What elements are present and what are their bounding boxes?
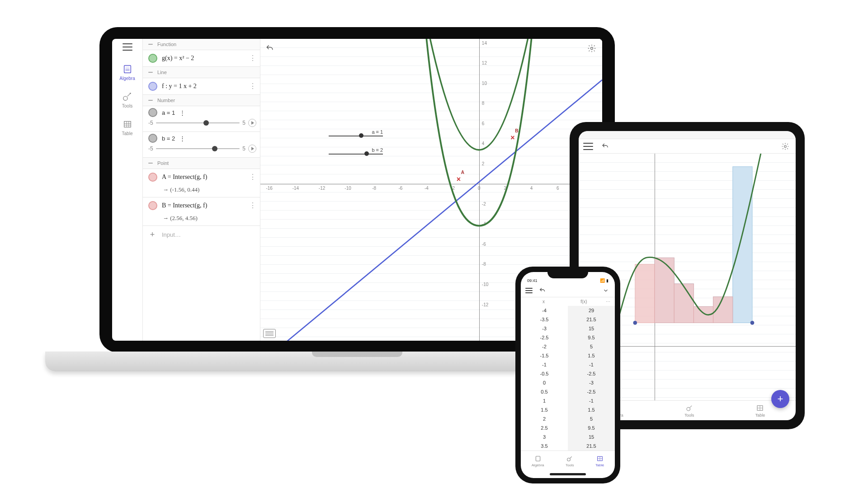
table-row[interactable]: -25 <box>521 342 615 351</box>
phone-status-bar: 09:41 📶 ▮ <box>521 272 615 284</box>
undo-icon[interactable] <box>538 286 547 295</box>
slider-track[interactable] <box>156 122 240 123</box>
phone-app: 09:41 📶 ▮ x f(x) ⋯ -429-3.521.5-315-2.59… <box>521 272 615 478</box>
undo-icon[interactable] <box>599 141 611 152</box>
slider-thumb[interactable] <box>212 146 217 151</box>
expr-row-function[interactable]: g(x) = x² − 2 ⋮ <box>143 50 260 67</box>
expr-row-point-b[interactable]: B = Intersect(g, f) ⋮ <box>143 197 260 214</box>
menu-icon[interactable] <box>583 143 593 150</box>
more-icon[interactable]: ⋮ <box>249 176 256 178</box>
table-row[interactable]: -429 <box>521 306 615 315</box>
table-row[interactable]: 0-3 <box>521 378 615 387</box>
expr-row-point-a[interactable]: A = Intersect(g, f) ⋮ <box>143 169 260 185</box>
slider-min: -5 <box>148 120 153 126</box>
more-icon[interactable]: ⋯ <box>605 299 611 304</box>
gear-icon[interactable] <box>779 141 791 152</box>
table-row[interactable]: 315 <box>521 432 615 441</box>
point-b-value: → (2.56, 4.56) <box>143 214 260 226</box>
rail-tab-algebra[interactable]: Algebra <box>119 64 135 81</box>
play-icon[interactable] <box>248 119 256 127</box>
table-row[interactable]: 0.5-2.5 <box>521 387 615 396</box>
tab-tools[interactable]: Tools <box>684 404 694 418</box>
table-row[interactable]: -2.59.5 <box>521 333 615 342</box>
collapse-icon <box>148 44 153 45</box>
table-row[interactable]: 3.521.5 <box>521 441 615 450</box>
undo-icon[interactable] <box>264 42 276 54</box>
table-icon <box>123 119 132 129</box>
visibility-toggle[interactable] <box>148 54 157 63</box>
slider-a[interactable]: a = 1 ⋮ -5 5 <box>143 106 260 132</box>
visibility-toggle[interactable] <box>148 108 157 117</box>
more-icon[interactable]: ⋮ <box>249 85 256 88</box>
phone-table[interactable]: x f(x) ⋯ -429-3.521.5-315-2.59.5-25-1.51… <box>521 297 615 450</box>
new-input-row[interactable]: + Input… <box>143 226 260 243</box>
more-icon[interactable]: ⋮ <box>179 135 185 142</box>
group-header-number[interactable]: Number <box>143 95 260 106</box>
table-row[interactable]: 25 <box>521 414 615 423</box>
graph-slider-a[interactable]: a = 1 <box>329 129 383 136</box>
group-header-function[interactable]: Function <box>143 39 260 50</box>
rail-tab-tools-label: Tools <box>122 103 132 108</box>
group-header-line[interactable]: Line <box>143 67 260 78</box>
tab-table[interactable]: Table <box>595 455 604 467</box>
add-fab[interactable]: + <box>771 390 789 408</box>
gear-icon[interactable] <box>586 42 598 54</box>
table-row[interactable]: 2.59.5 <box>521 423 615 432</box>
tab-tools[interactable]: Tools <box>566 455 574 467</box>
table-row[interactable]: -1-1 <box>521 360 615 369</box>
keyboard-icon[interactable] <box>263 329 276 338</box>
visibility-toggle[interactable] <box>148 134 157 143</box>
rail-tab-tools[interactable]: Tools <box>122 92 132 108</box>
svg-rect-1 <box>125 67 129 68</box>
group-label: Number <box>157 98 175 103</box>
intersection-a[interactable]: ×A <box>457 175 461 183</box>
menu-icon[interactable] <box>525 288 533 293</box>
phone-topbar <box>521 284 615 297</box>
table-row[interactable]: -3.521.5 <box>521 315 615 324</box>
svg-point-11 <box>591 47 593 50</box>
table-row[interactable]: 1.51.5 <box>521 405 615 414</box>
svg-point-25 <box>750 321 755 325</box>
tablet-status-bar <box>579 131 796 139</box>
more-icon[interactable]: ⋮ <box>249 57 256 60</box>
algebra-panel: Function g(x) = x² − 2 ⋮ Line f : y = 1 … <box>143 39 260 341</box>
tab-algebra[interactable]: Algebra <box>532 455 544 467</box>
visibility-toggle[interactable] <box>148 82 157 91</box>
intersection-b[interactable]: ×B <box>510 134 514 142</box>
more-icon[interactable]: ⋮ <box>249 204 256 207</box>
visibility-toggle[interactable] <box>148 173 157 182</box>
svg-point-32 <box>567 458 571 461</box>
plus-icon[interactable]: + <box>148 230 156 239</box>
graph-slider-b[interactable]: b = 2 <box>329 147 383 155</box>
collapse-icon <box>148 100 153 101</box>
table-icon <box>596 455 604 462</box>
slider-thumb[interactable] <box>203 120 209 126</box>
collapse-icon <box>148 163 153 164</box>
status-time: 09:41 <box>527 278 538 283</box>
group-header-point[interactable]: Point <box>143 158 260 169</box>
input-placeholder: Input… <box>162 231 181 238</box>
table-row[interactable]: 1-1 <box>521 396 615 405</box>
col-x: x <box>524 299 563 304</box>
slider-track[interactable] <box>156 148 240 149</box>
play-icon[interactable] <box>248 145 256 153</box>
collapse-icon <box>148 72 153 73</box>
slider-b[interactable]: b = 2 ⋮ -5 5 <box>143 132 260 158</box>
svg-point-13 <box>784 145 787 147</box>
expr-text: B = Intersect(g, f) <box>162 202 245 209</box>
svg-rect-6 <box>124 122 131 127</box>
rail-tab-table[interactable]: Table <box>122 119 133 136</box>
chevron-down-icon[interactable] <box>601 286 610 295</box>
svg-rect-20 <box>655 258 674 323</box>
slider-max: 5 <box>242 145 245 152</box>
table-row[interactable]: -1.51.5 <box>521 351 615 360</box>
table-row[interactable]: -315 <box>521 324 615 333</box>
expr-row-line[interactable]: f : y = 1 x + 2 ⋮ <box>143 78 260 95</box>
more-icon[interactable]: ⋮ <box>179 109 185 116</box>
table-row[interactable]: -0.5-2.5 <box>521 369 615 378</box>
svg-rect-19 <box>635 264 655 323</box>
point-a-value: → (-1.56, 0.44) <box>143 185 260 197</box>
tab-table[interactable]: Table <box>755 404 765 418</box>
menu-icon[interactable] <box>123 43 132 51</box>
visibility-toggle[interactable] <box>148 201 157 210</box>
